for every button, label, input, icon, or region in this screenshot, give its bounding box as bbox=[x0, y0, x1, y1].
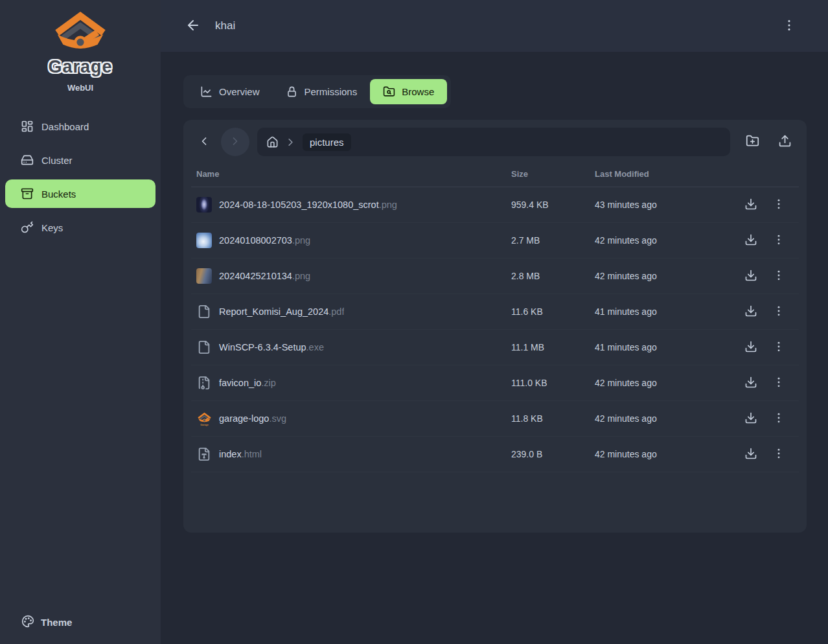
app-logo: Garage WebUI bbox=[0, 0, 161, 93]
file-row[interactable]: 20240425210134.png 2.8 MB 42 minutes ago bbox=[191, 259, 799, 294]
lock-icon bbox=[286, 86, 298, 98]
sidebar-item-keys[interactable]: Keys bbox=[5, 213, 155, 242]
file-size: 239.0 B bbox=[506, 437, 590, 472]
file-archive-icon bbox=[196, 375, 212, 391]
file-row[interactable]: Report_Komisi_Aug_2024.pdf 11.6 KB 41 mi… bbox=[191, 294, 799, 330]
theme-label: Theme bbox=[41, 617, 72, 628]
file-table: Name Size Last Modified 2024-08-18-10520… bbox=[191, 161, 799, 472]
sidebar-item-dashboard[interactable]: Dashboard bbox=[5, 112, 155, 141]
download-button[interactable] bbox=[741, 194, 761, 216]
file-modified: 42 minutes ago bbox=[590, 259, 735, 294]
download-button[interactable] bbox=[741, 408, 761, 430]
file-size: 2.8 MB bbox=[506, 259, 590, 294]
row-menu-button[interactable] bbox=[768, 408, 788, 430]
chevron-right-icon bbox=[284, 136, 297, 148]
chevron-right-icon bbox=[229, 135, 242, 150]
row-menu-button[interactable] bbox=[768, 443, 788, 465]
file-row[interactable]: index.html 239.0 B 42 minutes ago bbox=[191, 437, 799, 472]
column-header-size: Size bbox=[506, 161, 590, 187]
sidebar-item-label: Dashboard bbox=[41, 121, 89, 132]
garage-logo-icon bbox=[52, 9, 108, 53]
file-name: garage-logo.svg bbox=[219, 413, 286, 424]
file-row[interactable]: 20240108002703.png 2.7 MB 42 minutes ago bbox=[191, 223, 799, 259]
sidebar-nav: Dashboard Cluster Buckets Keys bbox=[0, 112, 161, 247]
sidebar-item-label: Buckets bbox=[41, 189, 76, 200]
download-icon bbox=[744, 340, 757, 355]
file-size: 2.7 MB bbox=[506, 223, 590, 259]
image-thumbnail bbox=[196, 197, 212, 213]
file-row[interactable]: favicon_io.zip 111.0 KB 42 minutes ago bbox=[191, 365, 799, 401]
line-chart-icon bbox=[200, 86, 213, 98]
buckets-icon bbox=[21, 187, 34, 200]
tab-permissions[interactable]: Permissions bbox=[273, 79, 371, 104]
page-title: khai bbox=[215, 19, 235, 32]
row-menu-button[interactable] bbox=[768, 372, 788, 394]
row-menu-button[interactable] bbox=[768, 194, 788, 216]
file-name: 20240425210134.png bbox=[219, 271, 310, 281]
file-size: 11.6 KB bbox=[506, 294, 590, 330]
download-button[interactable] bbox=[741, 301, 761, 323]
home-icon[interactable] bbox=[266, 136, 279, 148]
download-icon bbox=[744, 305, 757, 319]
kebab-icon bbox=[772, 340, 785, 355]
back-button[interactable] bbox=[181, 14, 205, 38]
breadcrumb-segment-pictures[interactable]: pictures bbox=[303, 133, 351, 151]
garage-logo-thumbnail: Garage bbox=[196, 411, 212, 426]
download-button[interactable] bbox=[741, 336, 761, 358]
file-size: 11.1 MB bbox=[506, 330, 590, 365]
file-icon bbox=[196, 304, 212, 319]
file-row[interactable]: Garage garage-logo.svg 11.8 KB 42 minute… bbox=[191, 401, 799, 437]
file-modified: 43 minutes ago bbox=[590, 187, 735, 223]
row-menu-button[interactable] bbox=[768, 336, 788, 358]
header-menu-button[interactable] bbox=[777, 14, 801, 38]
column-header-name: Name bbox=[191, 161, 506, 187]
file-row[interactable]: 2024-08-18-105203_1920x1080_scrot.png 95… bbox=[191, 187, 799, 223]
kebab-icon bbox=[772, 376, 785, 391]
history-back-button[interactable] bbox=[191, 128, 217, 156]
download-button[interactable] bbox=[741, 372, 761, 394]
file-name: 2024-08-18-105203_1920x1080_scrot.png bbox=[219, 200, 397, 210]
row-menu-button[interactable] bbox=[768, 265, 788, 287]
tab-bar: Overview Permissions Browse bbox=[183, 75, 451, 108]
history-forward-button bbox=[221, 128, 249, 156]
new-folder-button[interactable] bbox=[738, 128, 766, 156]
kebab-icon bbox=[772, 198, 785, 213]
file-name: Report_Komisi_Aug_2024.pdf bbox=[219, 306, 344, 317]
kebab-icon bbox=[772, 411, 785, 426]
image-thumbnail bbox=[196, 268, 212, 284]
sidebar-item-label: Keys bbox=[41, 222, 63, 233]
file-modified: 41 minutes ago bbox=[590, 294, 735, 330]
download-button[interactable] bbox=[741, 443, 761, 465]
sidebar-item-cluster[interactable]: Cluster bbox=[5, 146, 155, 174]
download-button[interactable] bbox=[741, 265, 761, 287]
arrow-left-icon bbox=[185, 17, 201, 35]
file-modified: 42 minutes ago bbox=[590, 365, 735, 401]
column-header-modified: Last Modified bbox=[590, 161, 735, 187]
file-modified: 42 minutes ago bbox=[590, 437, 735, 472]
file-name: index.html bbox=[219, 449, 262, 459]
row-menu-button[interactable] bbox=[768, 301, 788, 323]
kebab-icon bbox=[772, 305, 785, 319]
folder-search-icon bbox=[383, 86, 395, 98]
upload-button[interactable] bbox=[770, 128, 799, 156]
file-size: 959.4 KB bbox=[506, 187, 590, 223]
row-menu-button[interactable] bbox=[768, 229, 788, 251]
download-icon bbox=[744, 376, 757, 391]
file-name: 20240108002703.png bbox=[219, 235, 310, 246]
chevron-left-icon bbox=[198, 135, 211, 150]
logo-title: Garage bbox=[0, 57, 161, 77]
download-button[interactable] bbox=[741, 229, 761, 251]
download-icon bbox=[744, 198, 757, 213]
tab-browse[interactable]: Browse bbox=[370, 79, 447, 104]
file-name: WinSCP-6.3.4-Setup.exe bbox=[219, 342, 324, 352]
sidebar-item-buckets[interactable]: Buckets bbox=[5, 179, 155, 208]
file-row[interactable]: WinSCP-6.3.4-Setup.exe 11.1 MB 41 minute… bbox=[191, 330, 799, 365]
logo-subtitle: WebUI bbox=[0, 83, 161, 93]
browse-toolbar: pictures bbox=[191, 128, 799, 156]
theme-button[interactable]: Theme bbox=[0, 615, 161, 644]
tab-overview[interactable]: Overview bbox=[187, 79, 273, 104]
browse-panel: pictures Name Size Last bbox=[183, 120, 807, 533]
file-modified: 42 minutes ago bbox=[590, 401, 735, 437]
image-thumbnail bbox=[196, 233, 212, 248]
upload-icon bbox=[778, 134, 792, 150]
